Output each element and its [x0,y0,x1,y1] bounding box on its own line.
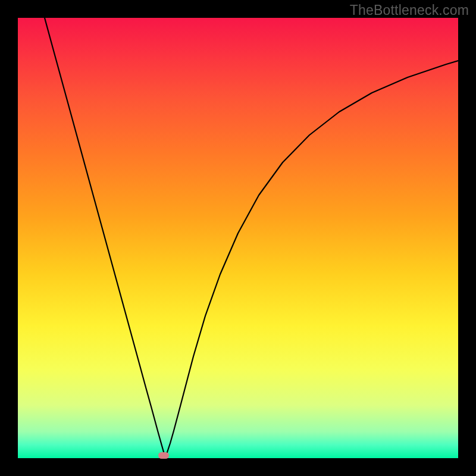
chart-frame: TheBottleneck.com [0,0,476,476]
plot-area [18,18,458,458]
minimum-marker [158,452,169,459]
curve-svg [18,18,458,458]
bottleneck-curve [45,18,458,454]
watermark-text: TheBottleneck.com [350,2,469,18]
